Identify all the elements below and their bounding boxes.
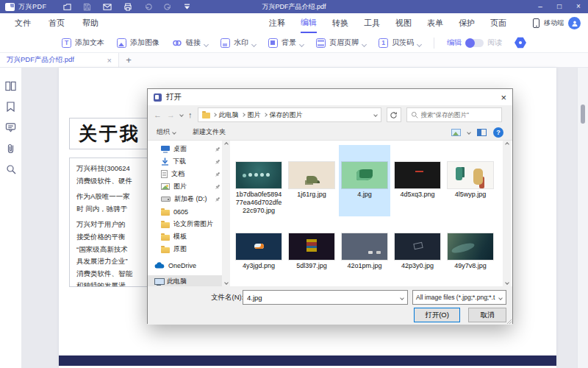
file-item[interactable]: 5dl397.jpg <box>286 216 337 272</box>
help-button[interactable]: ? <box>493 127 503 138</box>
file-thumbnail <box>448 233 493 260</box>
mode-toggle-switch[interactable] <box>465 39 484 47</box>
address-breadcrumb[interactable]: 此电脑 图片 保存的图片 <box>198 107 381 122</box>
file-item[interactable]: 42o1pm.jpg <box>339 216 390 272</box>
document-tab[interactable]: 万兴PDF产品介绍.pdf × <box>0 53 119 67</box>
tab-convert[interactable]: 转换 <box>332 13 348 33</box>
file-list-scrollbar[interactable] <box>503 141 511 286</box>
scroll-down-arrow-icon[interactable] <box>224 280 229 285</box>
save-icon[interactable] <box>83 3 91 11</box>
tree-item-downloads[interactable]: 下载 <box>148 155 230 168</box>
background-button[interactable]: 背景 <box>268 38 304 48</box>
file-item[interactable]: 1b7dba0fe589477ea46d702dfe22c970.jpg <box>233 145 284 216</box>
tab-view[interactable]: 视图 <box>395 13 412 33</box>
tree-item-0605[interactable]: 0605 <box>148 205 230 218</box>
tree-item-templates[interactable]: 模板 <box>148 230 230 243</box>
bates-number-icon: 1 <box>379 38 388 48</box>
menu-bar: 文件 首页 帮助 注释 编辑 转换 工具 视图 表单 保护 页面 移动端 <box>0 13 588 33</box>
document-scrollbar[interactable] <box>577 68 588 368</box>
file-name-input[interactable] <box>247 294 395 302</box>
file-item-selected[interactable]: 4.jpg <box>339 145 390 216</box>
file-item[interactable]: 4d5xq3.png <box>392 145 443 216</box>
print-icon[interactable] <box>123 3 132 11</box>
tab-close-icon[interactable]: × <box>107 56 112 65</box>
breadcrumb-this-pc[interactable]: 此电脑 <box>219 110 239 120</box>
file-item[interactable]: 49y7v8.jpg <box>445 216 496 272</box>
page-thumbnails-icon[interactable] <box>5 81 16 91</box>
up-button[interactable]: ↑ <box>188 110 193 119</box>
tree-item-onedrive[interactable]: OneDrive <box>148 259 230 272</box>
tab-edit[interactable]: 编辑 <box>301 13 317 33</box>
tree-item-originals[interactable]: 原图 <box>148 243 230 255</box>
recent-locations-caret-icon[interactable] <box>179 113 184 117</box>
file-item[interactable]: 4y3jgd.png <box>233 216 284 272</box>
open-folder-icon[interactable] <box>63 3 71 11</box>
edit-read-mode-toggle[interactable]: 编辑 阅读 <box>447 38 502 48</box>
tab-comment[interactable]: 注释 <box>269 13 285 33</box>
view-mode-caret-icon[interactable] <box>467 130 471 135</box>
tree-item-documents[interactable]: 文档 <box>148 168 230 180</box>
breadcrumb-saved-pictures[interactable]: 保存的图片 <box>270 110 303 120</box>
header-footer-icon <box>316 38 326 48</box>
tree-item-paper-images[interactable]: 论文所需图片 <box>148 218 230 230</box>
link-button[interactable]: 链接 <box>172 38 208 48</box>
file-item[interactable]: 1j61rg.jpg <box>286 145 337 216</box>
scroll-down-arrow-icon[interactable] <box>505 280 509 285</box>
comments-icon[interactable] <box>5 122 16 132</box>
mobile-label[interactable]: 移动端 <box>544 18 564 28</box>
search-input[interactable] <box>421 111 498 118</box>
tab-page[interactable]: 页面 <box>490 13 506 33</box>
tree-item-pictures[interactable]: 图片 <box>148 180 230 193</box>
bates-number-button[interactable]: 1 贝茨码 <box>379 38 421 48</box>
forward-button[interactable]: → <box>167 110 175 119</box>
folder-icon <box>161 235 170 241</box>
menu-help[interactable]: 帮助 <box>82 13 98 33</box>
window-close-button[interactable]: × <box>569 0 588 13</box>
preview-pane-icon[interactable] <box>477 129 487 136</box>
tab-tools[interactable]: 工具 <box>364 13 380 33</box>
watermark-button[interactable]: 水印 <box>220 38 256 48</box>
add-text-button[interactable]: T 添加文本 <box>62 38 104 48</box>
view-mode-icon[interactable] <box>451 129 461 136</box>
file-item[interactable]: 4l5wyp.jpg <box>445 145 496 216</box>
resize-grip[interactable] <box>506 319 512 324</box>
tab-form[interactable]: 表单 <box>427 13 443 33</box>
pin-icon <box>215 184 220 190</box>
tree-item-new-volume-d[interactable]: 新加卷 (D:) <box>148 193 230 205</box>
back-button[interactable]: ← <box>154 110 162 119</box>
menu-home[interactable]: 首页 <box>49 13 65 33</box>
folder-icon <box>161 247 170 253</box>
address-dropdown-caret-icon[interactable] <box>373 113 378 117</box>
tree-item-desktop[interactable]: 桌面 <box>148 143 230 155</box>
cancel-button[interactable]: 取消 <box>468 308 506 322</box>
header-footer-button[interactable]: 页眉页脚 <box>316 38 366 48</box>
refresh-button[interactable] <box>387 107 401 122</box>
organize-button[interactable]: 组织 <box>157 127 176 137</box>
window-maximize-button[interactable]: □ <box>550 0 569 13</box>
tree-scrollbar[interactable] <box>222 141 230 286</box>
file-name-combobox[interactable] <box>243 290 408 305</box>
open-button[interactable]: 打开(O) <box>414 308 460 322</box>
chevron-down-icon[interactable] <box>400 296 404 300</box>
file-type-combobox[interactable]: All image files (*.jpg;*.png;*.t <box>412 290 506 305</box>
window-minimize-button[interactable]: – <box>531 0 550 13</box>
breadcrumb-pictures[interactable]: 图片 <box>248 110 261 120</box>
scroll-up-arrow-icon[interactable] <box>505 142 509 146</box>
email-icon[interactable] <box>103 3 112 11</box>
dialog-footer: 文件名(N): All image files (*.jpg;*.png;*.t… <box>148 286 512 325</box>
tab-protect[interactable]: 保护 <box>459 13 475 33</box>
dialog-search-box[interactable] <box>406 107 502 122</box>
new-folder-button[interactable]: 新建文件夹 <box>193 127 226 137</box>
avatar[interactable] <box>568 17 581 29</box>
search-icon[interactable] <box>6 164 16 174</box>
file-item[interactable]: 42p3y0.jpg <box>392 216 443 272</box>
assistant-hexagon-icon[interactable] <box>514 37 526 49</box>
new-tab-button[interactable]: + <box>119 53 138 67</box>
scrollbar-thumb[interactable] <box>581 105 585 124</box>
scroll-up-arrow-icon[interactable] <box>224 142 229 146</box>
menu-file[interactable]: 文件 <box>15 13 31 33</box>
bookmark-icon[interactable] <box>6 102 15 112</box>
attachment-icon[interactable] <box>6 143 15 154</box>
add-image-button[interactable]: 添加图像 <box>117 38 159 48</box>
dialog-close-button[interactable]: × <box>501 93 506 102</box>
